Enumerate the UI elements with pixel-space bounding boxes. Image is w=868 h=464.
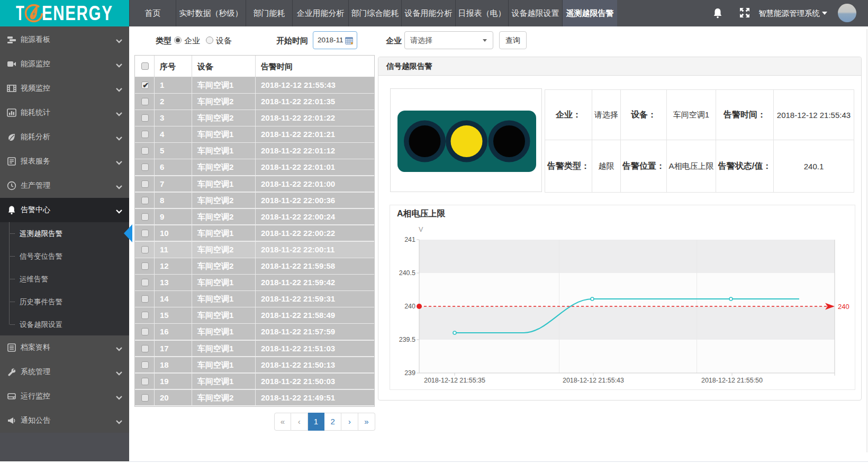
svg-text:240: 240 xyxy=(838,303,849,311)
